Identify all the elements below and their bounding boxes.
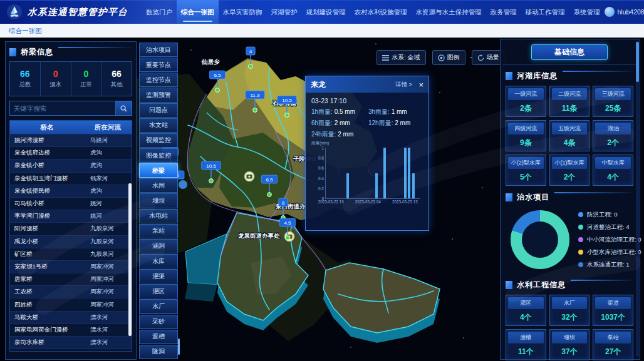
legend-dot-icon xyxy=(578,225,583,230)
card-value: 4个 xyxy=(506,309,546,325)
stat-label: 其他 xyxy=(111,81,123,89)
layer-item-2[interactable]: 监控节点 xyxy=(139,73,178,87)
river-card-6[interactable]: 小(2)型水库5个 xyxy=(506,155,546,186)
legend-button[interactable]: 图例 xyxy=(432,50,465,65)
project-card-4[interactable]: 堰坝37个 xyxy=(549,329,590,360)
river-card-5[interactable]: 湖泊2个 xyxy=(593,120,633,151)
user-menu[interactable]: hlub42080201 ▾ xyxy=(605,7,644,17)
layers-icon xyxy=(382,55,389,61)
table-row[interactable]: 司马镇小桥姚河 xyxy=(10,197,132,210)
table-row[interactable]: 泉金镇便民桥虎沟 xyxy=(10,185,132,197)
river-card-7[interactable]: 小(1)型水库2个 xyxy=(549,155,590,186)
top-navbar: 水系连通智慧管护平台 数览门户综合一张图水旱灾害防御河湖管护规划建设管理农村水利… xyxy=(0,0,644,24)
table-scrollbar[interactable] xyxy=(128,183,132,336)
layer-item-12[interactable]: 泵站 xyxy=(139,224,178,238)
table-row[interactable]: 泉金镇府边桥虎沟 xyxy=(10,146,132,159)
nav-tab-2[interactable]: 水旱灾害防御 xyxy=(219,0,267,24)
panel-scrollbar[interactable] xyxy=(636,42,639,82)
nav-tab-8[interactable]: 移动工作管理 xyxy=(521,0,569,24)
col-header-river: 所在河流 xyxy=(84,123,132,132)
layer-item-15[interactable]: 灌渠 xyxy=(139,269,178,283)
table-row[interactable]: 泉司水库桥漂水河 xyxy=(10,336,132,348)
camera-marker[interactable] xyxy=(244,171,254,181)
project-card-0[interactable]: 灌区4个 xyxy=(506,295,546,326)
layer-item-11[interactable]: 水电站 xyxy=(139,209,178,223)
bridge-stat-1: 0漫水 xyxy=(41,62,71,96)
layer-item-13[interactable]: 涵洞 xyxy=(139,239,178,253)
bridge-name-cell: 唐家桥 xyxy=(10,275,84,283)
layer-item-1[interactable]: 重要节点 xyxy=(139,58,178,72)
table-row[interactable]: 阳河漫桥九股泉河 xyxy=(10,222,132,235)
table-row[interactable]: 唐家桥周家冲河 xyxy=(10,273,132,285)
legend-dot-icon xyxy=(578,250,583,255)
layer-item-14[interactable]: 水库 xyxy=(139,254,178,268)
layer-item-16[interactable]: 灌区 xyxy=(139,284,178,298)
chart-bar xyxy=(408,148,410,198)
basic-info-button[interactable]: 基础信息 xyxy=(531,44,608,60)
table-row[interactable]: 国家电网荷金门漫桥漂水河 xyxy=(10,323,132,336)
legend-icon xyxy=(438,54,445,61)
river-card-1[interactable]: 二级河流11条 xyxy=(549,86,590,117)
project-card-3[interactable]: 渡槽11个 xyxy=(506,329,546,360)
layer-item-10[interactable]: 堰坝 xyxy=(139,193,178,208)
river-card-8[interactable]: 中型水库4个 xyxy=(593,155,633,186)
river-name-cell: 姚河 xyxy=(84,200,132,208)
rain-metric-2: 6h雨量: 2 mm xyxy=(311,119,366,128)
table-row[interactable]: 临泉5号漫水桥漂水河 xyxy=(10,348,132,351)
nav-tab-6[interactable]: 水资源与水土保持管理 xyxy=(412,0,486,24)
table-row[interactable]: 工农桥周家冲河 xyxy=(10,285,132,298)
layer-item-18[interactable]: 采砂 xyxy=(139,315,178,329)
layer-item-17[interactable]: 水厂 xyxy=(139,299,178,313)
table-row[interactable]: 李学湾门漫桥姚河 xyxy=(10,210,132,222)
nav-tab-1[interactable]: 综合一张图 xyxy=(177,0,219,24)
project-info-section: 水利工程信息 灌区4个水厂32个渠道1037个渡槽11个堰坝37个泵站27个涵洞… xyxy=(506,278,633,361)
table-row[interactable]: 四姓桥周家冲河 xyxy=(10,298,132,310)
layer-item-7[interactable]: 图像监控 xyxy=(139,148,178,163)
layer-item-19[interactable]: 渡槽 xyxy=(139,330,178,344)
river-card-3[interactable]: 四级河流9条 xyxy=(506,120,546,151)
nav-tab-4[interactable]: 规划建设管理 xyxy=(302,0,350,24)
layer-item-20[interactable]: 隧洞 xyxy=(139,345,178,359)
bridge-name-cell: 矿区桥 xyxy=(10,250,84,258)
chart-bar xyxy=(404,148,407,198)
layer-item-3[interactable]: 监测预警 xyxy=(139,88,178,102)
table-row[interactable]: 泉金镇胡玉湾门漫桥钱家河 xyxy=(10,172,132,185)
nav-tab-3[interactable]: 河湖管护 xyxy=(267,0,302,24)
river-card-0[interactable]: 一级河流2条 xyxy=(506,86,546,117)
layer-item-9[interactable]: 水闸 xyxy=(139,178,178,193)
table-row[interactable]: 安家坝1号桥周家冲河 xyxy=(10,260,132,273)
popup-detail-link[interactable]: 详情 > xyxy=(395,81,412,89)
section-bullet-icon xyxy=(506,281,512,289)
layer-item-8[interactable]: 桥梁 xyxy=(139,163,178,178)
table-row[interactable]: 马鞍大桥漂水河 xyxy=(10,311,132,323)
search-button[interactable] xyxy=(116,101,132,116)
breadcrumb[interactable]: 综合一张图 xyxy=(0,24,644,38)
layer-menu-scrollbar[interactable] xyxy=(178,338,180,355)
nav-tab-0[interactable]: 数览门户 xyxy=(142,0,177,24)
nav-tab-7[interactable]: 政务管理 xyxy=(486,0,521,24)
table-row[interactable]: 矿区桥九股泉河 xyxy=(10,248,132,260)
layer-item-0[interactable]: 治水项目 xyxy=(139,43,178,57)
chart-bar xyxy=(375,173,378,199)
sphere-marker[interactable] xyxy=(179,180,187,189)
project-card-2[interactable]: 渠道1037个 xyxy=(593,295,633,326)
layer-item-5[interactable]: 水文站 xyxy=(139,118,178,133)
table-row[interactable]: 禹龙小桥九股泉河 xyxy=(10,235,132,248)
nav-tab-9[interactable]: 系统管理 xyxy=(569,0,605,24)
layer-item-4[interactable]: 问题点 xyxy=(139,103,178,118)
close-icon[interactable]: × xyxy=(418,81,423,89)
water-system-button[interactable]: 水系: 全域 xyxy=(377,50,426,65)
search-input[interactable] xyxy=(9,101,116,116)
table-row[interactable]: 泉金镇小桥虎沟 xyxy=(10,159,132,171)
project-card-1[interactable]: 水厂32个 xyxy=(549,295,590,326)
river-card-4[interactable]: 五级河流4条 xyxy=(549,120,590,151)
table-row[interactable]: 姚河湾漫桥马踏河 xyxy=(10,134,132,146)
card-label: 泵站 xyxy=(595,332,631,343)
layer-item-6[interactable]: 视频监控 xyxy=(139,133,178,148)
project-card-5[interactable]: 泵站27个 xyxy=(593,329,633,360)
chart-bar xyxy=(383,148,386,198)
nav-tab-5[interactable]: 农村水利设施管理 xyxy=(350,0,412,24)
river-card-2[interactable]: 三级河流25条 xyxy=(593,86,633,117)
stat-label: 总数 xyxy=(19,81,31,89)
card-value: 2个 xyxy=(550,169,589,185)
